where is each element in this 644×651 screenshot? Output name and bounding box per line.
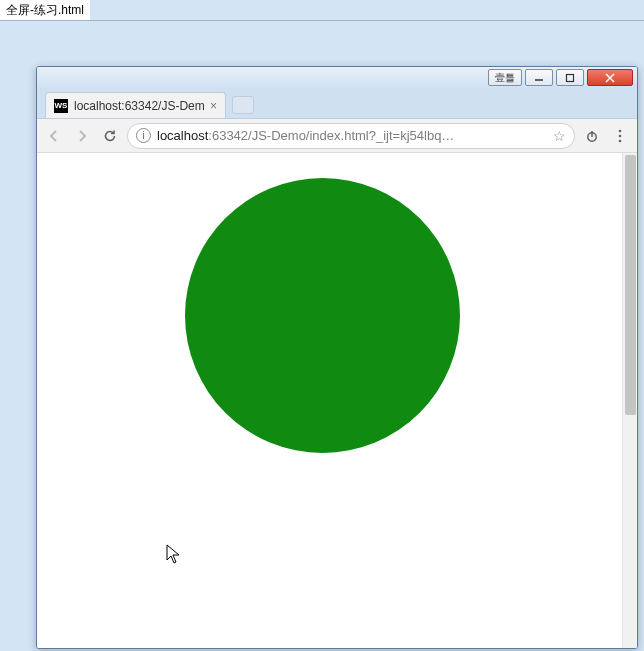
ime-badge[interactable]: 壹틀 bbox=[488, 69, 522, 86]
browser-window: 壹틀 WS localhost:63342/JS-Dem × i bbox=[36, 66, 638, 649]
divider bbox=[0, 20, 644, 21]
menu-button[interactable] bbox=[609, 125, 631, 147]
bookmark-star-icon[interactable]: ☆ bbox=[553, 128, 566, 144]
back-button[interactable] bbox=[43, 125, 65, 147]
tab-close-icon[interactable]: × bbox=[210, 99, 217, 113]
svg-point-6 bbox=[619, 129, 622, 132]
browser-tab[interactable]: WS localhost:63342/JS-Dem × bbox=[45, 92, 226, 118]
vertical-scrollbar[interactable] bbox=[622, 153, 637, 648]
forward-button[interactable] bbox=[71, 125, 93, 147]
page-viewport bbox=[37, 153, 637, 648]
parent-tab-label: 全屏-练习.html bbox=[0, 0, 90, 20]
url-text: localhost:63342/JS-Demo/index.html?_ijt=… bbox=[157, 128, 454, 143]
site-info-icon[interactable]: i bbox=[136, 128, 151, 143]
power-icon[interactable] bbox=[581, 125, 603, 147]
address-bar[interactable]: i localhost:63342/JS-Demo/index.html?_ij… bbox=[127, 123, 575, 149]
svg-rect-1 bbox=[567, 74, 574, 81]
new-tab-button[interactable] bbox=[232, 96, 254, 114]
svg-point-8 bbox=[619, 139, 622, 142]
url-path: :63342/JS-Demo/index.html?_ijt=kj54lbq… bbox=[208, 128, 454, 143]
tab-strip: WS localhost:63342/JS-Dem × bbox=[37, 89, 637, 119]
window-titlebar[interactable]: 壹틀 bbox=[37, 67, 637, 89]
toolbar: i localhost:63342/JS-Demo/index.html?_ij… bbox=[37, 119, 637, 153]
minimize-button[interactable] bbox=[525, 69, 553, 86]
tab-favicon-icon: WS bbox=[54, 99, 68, 113]
reload-button[interactable] bbox=[99, 125, 121, 147]
green-circle bbox=[185, 178, 460, 453]
maximize-button[interactable] bbox=[556, 69, 584, 86]
svg-point-7 bbox=[619, 134, 622, 137]
url-host: localhost bbox=[157, 128, 208, 143]
scrollbar-thumb[interactable] bbox=[625, 155, 636, 415]
close-button[interactable] bbox=[587, 69, 633, 86]
tab-title: localhost:63342/JS-Dem bbox=[74, 99, 204, 113]
